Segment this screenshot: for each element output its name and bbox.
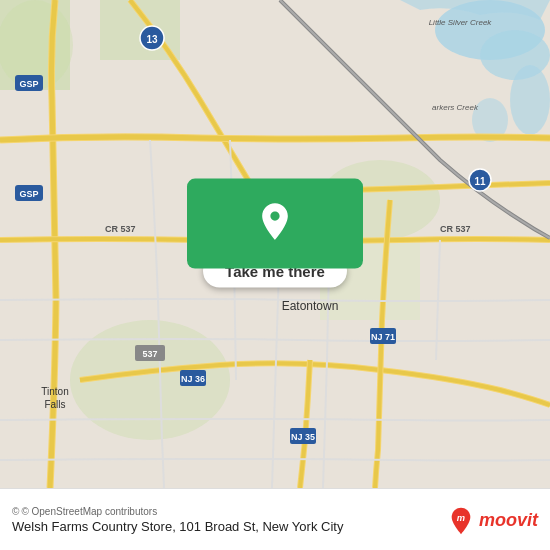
location-pin-icon xyxy=(253,200,297,248)
svg-text:CR 537: CR 537 xyxy=(440,224,471,234)
svg-text:Little Silver Creek: Little Silver Creek xyxy=(429,18,493,27)
svg-text:NJ 35: NJ 35 xyxy=(291,432,315,442)
green-box xyxy=(187,179,363,269)
svg-text:Eatontown: Eatontown xyxy=(282,299,339,313)
bottom-left: © © OpenStreetMap contributors Welsh Far… xyxy=(12,506,447,536)
moovit-logo-area: m moovit xyxy=(447,507,538,535)
svg-text:NJ 71: NJ 71 xyxy=(371,332,395,342)
bottom-bar: © © OpenStreetMap contributors Welsh Far… xyxy=(0,488,550,550)
svg-text:Tinton: Tinton xyxy=(41,386,68,397)
svg-text:13: 13 xyxy=(146,34,158,45)
moovit-brand-text: moovit xyxy=(479,510,538,531)
svg-text:NJ 36: NJ 36 xyxy=(181,374,205,384)
svg-text:m: m xyxy=(457,513,465,523)
svg-point-3 xyxy=(510,65,550,135)
svg-text:11: 11 xyxy=(474,176,486,187)
moovit-icon-wrapper: m moovit xyxy=(447,507,538,535)
take-me-there-overlay: Take me there xyxy=(187,179,363,288)
location-title: Welsh Farms Country Store, 101 Broad St,… xyxy=(12,519,447,536)
map-container: GSP GSP 13 CR 537 CR 537 CR 537 11 NJ 71… xyxy=(0,0,550,488)
svg-text:GSP: GSP xyxy=(19,79,38,89)
svg-text:CR 537: CR 537 xyxy=(105,224,136,234)
svg-text:GSP: GSP xyxy=(19,189,38,199)
osm-credit: © © OpenStreetMap contributors xyxy=(12,506,447,517)
osm-credit-text: © OpenStreetMap contributors xyxy=(21,506,157,517)
moovit-pin-icon: m xyxy=(447,507,475,535)
svg-text:Falls: Falls xyxy=(44,399,65,410)
osm-logo: © xyxy=(12,506,19,517)
app: GSP GSP 13 CR 537 CR 537 CR 537 11 NJ 71… xyxy=(0,0,550,550)
svg-text:537: 537 xyxy=(142,349,157,359)
svg-text:arkers Creek: arkers Creek xyxy=(432,103,479,112)
